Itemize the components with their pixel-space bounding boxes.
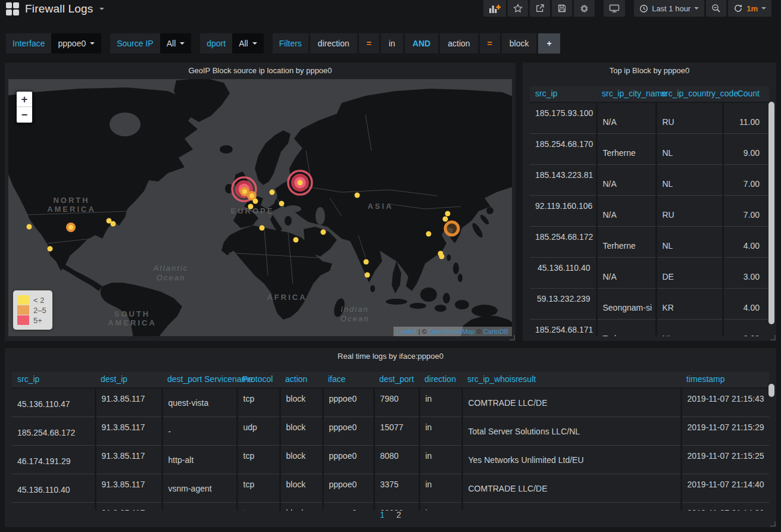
panel-resize-handle[interactable] <box>510 335 515 340</box>
column-header-timestamp[interactable]: timestamp <box>681 372 769 388</box>
panel-resize-handle[interactable] <box>770 335 776 340</box>
time-range-button[interactable]: Last 1 hour <box>634 0 704 17</box>
map-marker-y[interactable] <box>48 246 53 252</box>
variable-value[interactable]: All <box>232 33 264 54</box>
column-header-action[interactable]: action <box>280 372 323 388</box>
map-marker-y[interactable] <box>279 201 285 206</box>
map-marker-y[interactable] <box>293 237 299 243</box>
table-cell: Terherne <box>596 319 656 336</box>
cycle-view-button[interactable] <box>604 0 625 17</box>
refresh-interval-button[interactable]: 1m <box>728 0 771 17</box>
map-marker-y[interactable] <box>439 254 445 259</box>
cartodb-link[interactable]: CartoDB <box>483 328 508 335</box>
map-marker-y[interactable] <box>111 221 116 227</box>
table-cell: 185.254.68.172 <box>530 226 596 257</box>
map-marker-k[interactable] <box>445 222 458 235</box>
table-cell: http-alt <box>162 445 237 474</box>
map-marker-o[interactable] <box>66 223 76 232</box>
filter-key[interactable]: action <box>440 33 477 54</box>
panel-resize-handle[interactable] <box>770 521 776 527</box>
map-marker-y[interactable] <box>260 226 265 231</box>
column-header-direction[interactable]: direction <box>419 372 462 388</box>
column-header-src_ip[interactable]: src_ip <box>12 372 95 388</box>
map-marker-y[interactable] <box>364 259 369 265</box>
map-marker-y[interactable] <box>365 273 370 278</box>
column-header-src_ip_city_name[interactable]: src_ip_city_name <box>596 86 656 102</box>
table-cell: 2019-11-07 21:15:29 <box>681 417 769 445</box>
map-marker-y[interactable] <box>253 199 258 204</box>
world-map[interactable]: NORTHAMERICASOUTHAMERICAEUROPEAFRICAASIA… <box>8 79 512 336</box>
table-cell: N/A <box>596 195 656 226</box>
map-marker-y[interactable] <box>248 204 254 209</box>
map-marker-y[interactable] <box>443 217 448 222</box>
scrollbar[interactable] <box>768 102 774 324</box>
map-label: Atlantic <box>153 264 189 273</box>
table-cell: 4.00 <box>723 226 769 257</box>
filter-cond[interactable]: AND <box>405 33 438 54</box>
save-button[interactable] <box>552 0 572 17</box>
geoip-map-panel: GeoIP Block source ip location by pppoe0 <box>5 62 516 341</box>
settings-button[interactable] <box>574 0 595 17</box>
zoom-out-button[interactable] <box>706 0 726 17</box>
variable-value[interactable]: pppoe0 <box>51 33 101 54</box>
column-header-dest_port-Servicename[interactable]: dest_port Servicename <box>162 372 237 388</box>
add-filter-button[interactable]: + <box>538 33 560 54</box>
star-button[interactable] <box>508 0 528 17</box>
scrollbar[interactable] <box>768 384 774 397</box>
panel-title[interactable]: Real time logs by iface:pppoe0 <box>5 348 776 365</box>
column-header-Protocol[interactable]: Protocol <box>237 372 280 388</box>
column-header-src_ip_country_code[interactable]: src_ip_country_code <box>656 86 723 102</box>
table-cell: udp <box>237 417 280 445</box>
filter-key[interactable]: direction <box>310 33 357 54</box>
add-panel-button[interactable] <box>483 0 506 17</box>
map-marker-y[interactable] <box>298 180 303 186</box>
column-header-dest_port[interactable]: dest_port <box>374 372 419 388</box>
share-button[interactable] <box>530 0 550 17</box>
map-zoom-control: + − <box>15 90 33 124</box>
table-cell: Terherne <box>596 226 656 257</box>
map-marker-y[interactable] <box>445 211 451 217</box>
table-cell: Terherne <box>596 133 656 164</box>
legend-item: 5+ <box>17 315 46 325</box>
filter-op[interactable]: = <box>359 33 379 54</box>
page-link-1[interactable]: 1 <box>380 510 385 520</box>
filter-value[interactable]: block <box>502 33 537 54</box>
map-label: AFRICA <box>267 293 307 302</box>
filter-value[interactable]: in <box>381 33 403 54</box>
map-label: NORTH <box>53 196 89 205</box>
table-cell: NL <box>656 319 723 336</box>
table-cell: 91.3.85.117 <box>95 502 162 511</box>
chevron-down-icon <box>90 42 95 45</box>
table-cell: in <box>419 388 462 417</box>
time-range-label: Last 1 hour <box>652 4 691 13</box>
map-marker-y[interactable] <box>321 230 326 235</box>
column-header-iface[interactable]: iface <box>323 372 374 388</box>
clock-icon <box>639 4 648 13</box>
star-icon <box>513 4 523 13</box>
map-marker-y[interactable] <box>426 231 432 237</box>
openstreetmap-link[interactable]: OpenStreetMap <box>429 328 475 335</box>
map-marker-y[interactable] <box>270 190 275 195</box>
map-zoom-out-button[interactable]: − <box>17 107 32 123</box>
refresh-icon <box>733 4 743 13</box>
map-zoom-in-button[interactable]: + <box>17 92 32 107</box>
leaflet-link[interactable]: Leaflet <box>397 328 417 335</box>
map-marker-y[interactable] <box>355 193 360 198</box>
column-header-dest_ip[interactable]: dest_ip <box>95 372 162 388</box>
panel-title[interactable]: GeoIP Block source ip location by pppoe0 <box>5 62 516 79</box>
table-cell: 185.143.223.81 <box>530 164 596 195</box>
page-link-2[interactable]: 2 <box>396 510 401 520</box>
filter-op[interactable]: = <box>480 33 500 54</box>
column-header-src_ip[interactable]: src_ip <box>530 86 596 102</box>
table-cell: N/A <box>596 257 656 288</box>
table-cell: - <box>162 417 237 445</box>
dashboard-title[interactable]: Firewall Logs <box>25 2 93 15</box>
column-header-src_ip_whoisresult[interactable]: src_ip_whoisresult <box>462 372 681 388</box>
variable-value[interactable]: All <box>160 33 192 54</box>
table-cell: block <box>280 502 323 511</box>
panel-title[interactable]: Top ip Block by pppoe0 <box>523 62 776 79</box>
map-label: AMERICA <box>47 205 96 214</box>
table-cell: in <box>419 474 462 502</box>
grafana-dashboard-icon[interactable] <box>6 2 19 15</box>
map-marker-y[interactable] <box>27 224 32 230</box>
